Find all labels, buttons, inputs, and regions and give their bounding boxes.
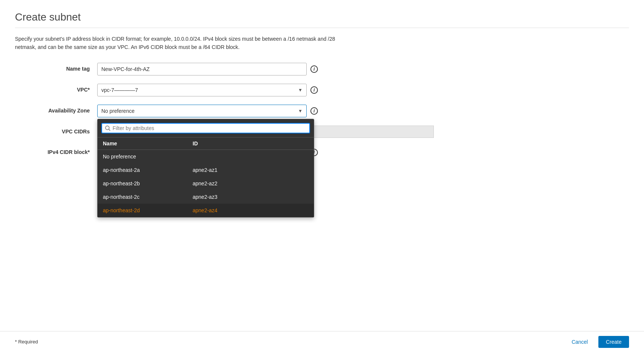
dropdown-col-name: Name xyxy=(103,141,193,146)
az-dropdown-list: No preference ap-northeast-2a apne2-az1 … xyxy=(98,150,314,217)
dropdown-search-input[interactable] xyxy=(113,125,306,131)
az-dropdown: Name ID No preference ap-northeast-2a ap… xyxy=(97,119,314,217)
dropdown-item-az4[interactable]: ap-northeast-2d apne2-az4 xyxy=(98,204,314,217)
dropdown-item-id: apne2-az1 xyxy=(193,167,217,173)
az-select-wrapper: No preference ▼ xyxy=(97,105,307,117)
search-icon xyxy=(105,126,110,131)
name-tag-info-icon[interactable]: i xyxy=(310,65,318,73)
name-tag-label: Name tag xyxy=(15,63,97,72)
dropdown-search-inner xyxy=(101,123,310,133)
name-tag-input[interactable] xyxy=(97,63,307,75)
svg-line-1 xyxy=(109,129,110,130)
az-row: Availability Zone No preference ▼ xyxy=(15,105,539,117)
required-note: * Required xyxy=(15,339,38,345)
vpc-info-icon[interactable]: i xyxy=(310,86,318,94)
page-title: Create subnet xyxy=(15,11,629,28)
page-description: Specify your subnet's IP address block i… xyxy=(15,35,352,52)
dropdown-item-id: apne2-az4 xyxy=(193,207,217,213)
dropdown-header: Name ID xyxy=(98,138,314,150)
dropdown-col-id: ID xyxy=(193,141,198,146)
vpc-selected-value: vpc-7————7 xyxy=(101,87,138,93)
vpc-select[interactable]: vpc-7————7 ▼ xyxy=(97,84,307,96)
dropdown-item-name: ap-northeast-2d xyxy=(103,207,193,213)
dropdown-search-area xyxy=(98,119,314,138)
dropdown-item-id: apne2-az2 xyxy=(193,180,217,186)
dropdown-item-name: ap-northeast-2b xyxy=(103,180,193,186)
dropdown-item-az2[interactable]: ap-northeast-2b apne2-az2 xyxy=(98,177,314,190)
az-selected-value: No preference xyxy=(101,108,135,114)
dropdown-item-name: ap-northeast-2c xyxy=(103,194,193,200)
footer: * Required Cancel Create xyxy=(0,331,644,352)
dropdown-item-name: ap-northeast-2a xyxy=(103,167,193,173)
cancel-button[interactable]: Cancel xyxy=(565,336,594,348)
vpc-select-wrapper: vpc-7————7 ▼ xyxy=(97,84,307,96)
create-button[interactable]: Create xyxy=(598,336,629,348)
vpc-row: VPC* vpc-7————7 ▼ i xyxy=(15,84,539,96)
az-dropdown-arrow: ▼ xyxy=(298,108,303,114)
vpc-label: VPC* xyxy=(15,84,97,93)
footer-buttons: Cancel Create xyxy=(565,336,629,348)
dropdown-item-id: apne2-az3 xyxy=(193,194,217,200)
dropdown-item-name: No preference xyxy=(103,154,193,160)
az-select[interactable]: No preference ▼ xyxy=(97,105,307,117)
vpc-dropdown-arrow: ▼ xyxy=(298,87,303,93)
az-label: Availability Zone xyxy=(15,105,97,114)
az-info-icon[interactable]: i xyxy=(310,107,318,115)
vpc-cidrs-label: VPC CIDRs xyxy=(15,126,97,135)
name-tag-row: Name tag i xyxy=(15,63,539,75)
dropdown-item-az1[interactable]: ap-northeast-2a apne2-az1 xyxy=(98,163,314,177)
dropdown-item-no-preference[interactable]: No preference xyxy=(98,150,314,163)
ipv4-cidr-label: IPv4 CIDR block* xyxy=(15,146,97,155)
dropdown-item-az3[interactable]: ap-northeast-2c apne2-az3 xyxy=(98,190,314,204)
